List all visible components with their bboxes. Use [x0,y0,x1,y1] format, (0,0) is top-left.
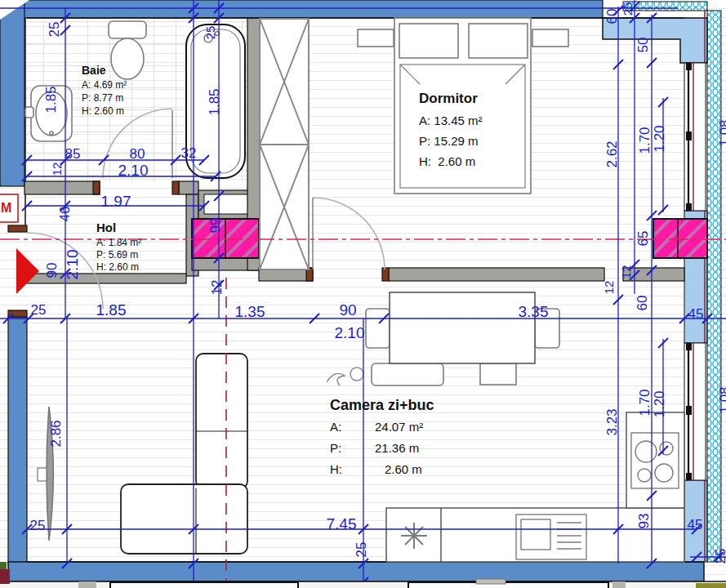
wall-top [0,0,603,18]
dishwasher-icon [516,514,586,559]
floor-plan: 25 1.85 25 1.85 85 80 32 2.10 12 1.97 46… [0,0,726,588]
dim-label: 2.86 [49,420,63,447]
room-perimeter: P: 5.69 m [96,250,138,260]
room-area-value: 24.07 m² [375,421,423,433]
dim-label: 1.97 [101,194,131,209]
dim-label: 25 [714,549,726,564]
chair [480,363,516,385]
dim-label: 65 [636,231,650,247]
dim-label: 25 [47,22,61,38]
room-perimeter: P: 15.29 m [419,135,479,147]
room-height: H: 2.60 m [96,262,139,272]
room-area: A: 4.69 m² [82,80,127,90]
dim-label: 1.08 [718,386,726,413]
door-jamb [382,268,389,281]
dim-label: 1.35 [235,304,265,319]
dim-label: 1.85 [96,302,127,318]
dim-label: 45 [688,518,703,532]
wall-bottom [8,562,704,581]
chair [366,309,390,348]
dim-label: 90 [339,302,356,318]
dim-label: 1.08 [718,119,726,146]
wall-left-lower [8,317,27,564]
pillow [469,24,528,58]
room-title-dormitor: Dormitor [419,91,478,105]
dim-label: 1.20 [653,390,666,417]
dim-label: 45 [688,307,704,321]
dim-label: 7.45 [327,516,357,532]
room-title-baie: Baie [82,65,106,76]
dim-label: 3.35 [519,304,549,319]
room-height: H: 2.60 m [82,106,124,116]
dim-label: 50 [636,38,650,53]
dim-label: 2.10 [335,325,365,341]
dim-label: 99 [208,218,222,234]
dim-label: 93 [637,514,651,529]
insulation-right [707,11,721,562]
dim-label: 80 [130,147,145,161]
room-area: A: 1.84 m² [96,238,141,247]
nightstand-right [532,29,568,47]
pillow [399,24,458,58]
dim-label: 12 [603,281,615,295]
door-jamb [93,181,100,194]
shaft-right [653,219,707,258]
dim-label: 1.85 [207,88,221,115]
dim-label: 60 [605,9,619,24]
dim-label: 2.62 [605,140,619,167]
dim-label: 12 [51,163,63,176]
window-living [684,343,706,480]
room-height: H: 2.60 m [419,155,475,167]
dim-label: 1.20 [653,125,666,152]
toilet-icon [109,21,146,79]
dim-label: 3.23 [605,408,619,435]
wall-left-upper [0,0,24,186]
dim-label: 25 [31,303,47,317]
door-jamb [172,181,179,194]
bench [372,363,443,385]
wardrobe-icon [260,19,309,270]
room-height-label: H: [330,463,342,475]
dim-label: 60 [635,296,649,311]
room-area: A: 13.45 m² [419,114,483,127]
dim-label: 12 [620,265,632,279]
dim-label: 25 [204,26,216,40]
room-title-camera: Camera zi+buc [330,398,434,412]
window-bedroom [684,63,706,211]
dim-label: 32 [181,146,197,160]
dim-label: 85 [65,147,81,161]
dim-label: 1.70 [638,389,652,416]
dim-label: 25 [30,519,46,532]
dim-label: 1.70 [638,127,652,154]
room-perimeter-label: P: [330,442,341,454]
dim-label: 25 [621,2,634,16]
dim-label: 1.85 [44,86,58,113]
room-height-value: 2.60 m [385,463,422,475]
section-marker-label: M [1,202,11,215]
cooktop-icon [631,433,679,488]
dim-label: 25 [354,542,368,558]
room-perimeter: P: 8.77 m [82,93,123,103]
dim-label: 90 [45,263,59,278]
room-title-hol: Hol [96,221,116,234]
nightstand-left [358,29,394,47]
dim-label: 2.10 [118,163,149,178]
dim-label: 12 [210,280,224,296]
dim-label: 2.10 [65,250,80,280]
door-jamb [8,225,27,232]
room-area-label: A: [330,421,341,433]
room-perimeter-value: 21.36 m [375,442,419,454]
dim-label: 46 [58,207,72,222]
